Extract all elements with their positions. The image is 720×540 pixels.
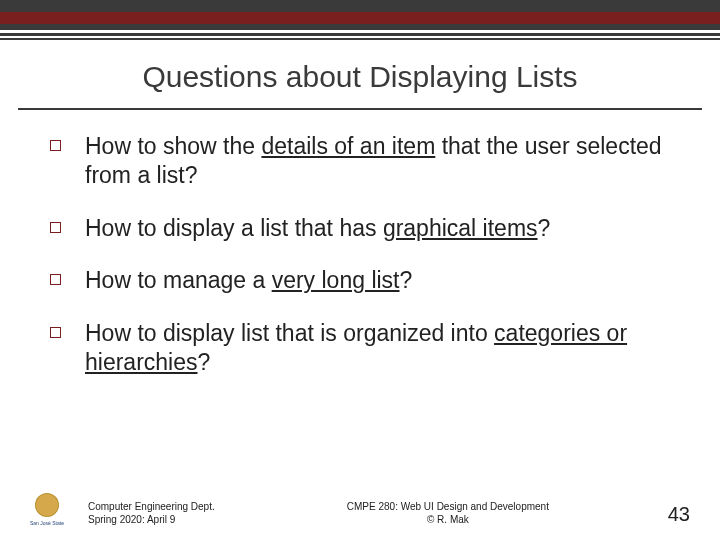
bullet-text: How to manage a very long list? — [85, 266, 412, 295]
page-number: 43 — [668, 503, 690, 526]
footer-center: CMPE 280: Web UI Design and Development … — [248, 500, 648, 526]
title-area: Questions about Displaying Lists — [0, 40, 720, 102]
bullet-icon — [50, 327, 61, 338]
bullet-list: How to show the details of an item that … — [0, 110, 720, 377]
list-item: How to show the details of an item that … — [50, 132, 690, 190]
list-item: How to display a list that has graphical… — [50, 214, 690, 243]
decorative-top-bars — [0, 0, 720, 40]
list-item: How to manage a very long list? — [50, 266, 690, 295]
bullet-text: How to show the details of an item that … — [85, 132, 665, 190]
bullet-icon — [50, 140, 61, 151]
footer-left: Computer Engineering Dept. Spring 2020: … — [88, 500, 248, 526]
slide-title: Questions about Displaying Lists — [40, 60, 680, 94]
bullet-icon — [50, 274, 61, 285]
bullet-icon — [50, 222, 61, 233]
bullet-text: How to display list that is organized in… — [85, 319, 665, 377]
bullet-text: How to display a list that has graphical… — [85, 214, 550, 243]
footer: San José State Computer Engineering Dept… — [0, 492, 720, 526]
sjsu-logo-icon: San José State — [30, 492, 64, 526]
list-item: How to display list that is organized in… — [50, 319, 690, 377]
